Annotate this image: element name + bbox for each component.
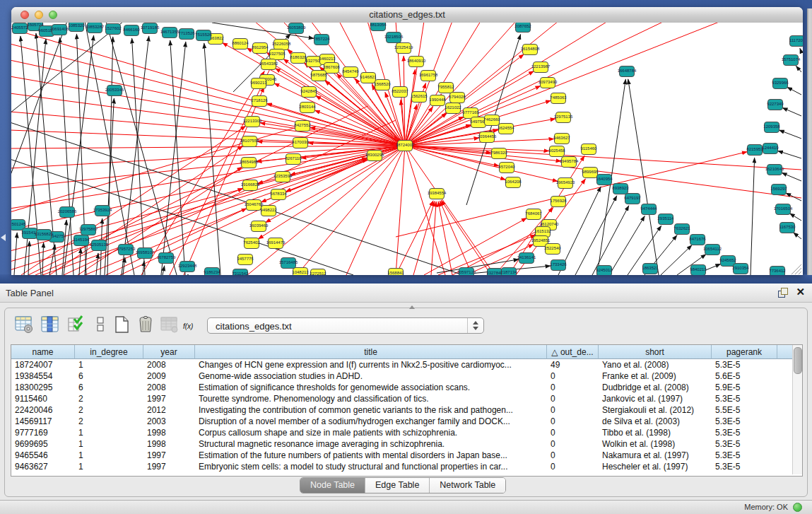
graph-node[interactable]: 1209358 bbox=[763, 122, 780, 133]
table-cell[interactable]: 22420046 bbox=[11, 404, 75, 416]
graph-node[interactable]: 20597123 bbox=[457, 268, 476, 276]
table-cell[interactable]: Yano et al. (2008) bbox=[599, 359, 712, 370]
table-cell[interactable]: 1 bbox=[75, 427, 143, 438]
graph-node[interactable]: 9245012 bbox=[596, 266, 613, 276]
graph-node[interactable]: 1167530 bbox=[779, 223, 796, 233]
table-cell[interactable]: 9465546 bbox=[11, 450, 75, 461]
graph-node[interactable]: 8215953 bbox=[746, 145, 763, 156]
graph-node[interactable]: 2187134 bbox=[500, 268, 517, 276]
table-cell[interactable]: Tibbo et al. (1998) bbox=[599, 427, 712, 438]
graph-node[interactable]: 13218506 bbox=[384, 33, 404, 43]
graph-node[interactable]: 2405572 bbox=[11, 23, 28, 34]
graph-node[interactable]: 1085320 bbox=[68, 23, 85, 32]
graph-node[interactable]: 4170030 bbox=[292, 138, 309, 148]
graph-node[interactable]: 1527602 bbox=[105, 24, 122, 35]
graph-node[interactable]: 2803144 bbox=[299, 103, 316, 113]
table-cell[interactable]: 2 bbox=[75, 416, 143, 427]
graph-node[interactable]: 7632621 bbox=[673, 224, 690, 235]
graph-node[interactable]: 9242845 bbox=[300, 87, 317, 98]
column-header-title[interactable]: title bbox=[195, 345, 547, 359]
table-row[interactable]: 1938455462009Genome-wide association stu… bbox=[11, 370, 792, 382]
graph-node[interactable]: 12923448 bbox=[178, 262, 197, 272]
splitter-handle-icon[interactable] bbox=[409, 305, 415, 309]
graph-node[interactable]: 2087652 bbox=[514, 23, 531, 33]
table-cell[interactable]: Embryonic stem cells: a model to study s… bbox=[195, 461, 547, 472]
table-cell[interactable]: 2009 bbox=[143, 370, 195, 382]
graph-node[interactable]: 16039469 bbox=[249, 221, 269, 232]
column-header-pagerank[interactable]: pagerank bbox=[712, 345, 777, 359]
graph-node[interactable]: 10719185 bbox=[141, 23, 160, 34]
table-cell[interactable]: Estimation of the future numbers of pati… bbox=[195, 450, 547, 461]
graph-node[interactable]: 20206586 bbox=[58, 207, 77, 218]
table-cell[interactable]: 5.3E-5 bbox=[712, 450, 777, 461]
graph-node[interactable]: 7955812 bbox=[437, 83, 454, 93]
graph-node[interactable]: 1568841 bbox=[387, 269, 404, 276]
graph-node[interactable]: 9840213 bbox=[690, 265, 707, 276]
column-header-in_degree[interactable]: in_degree bbox=[75, 345, 143, 359]
column-header-out_de[interactable]: △ out_de... bbox=[547, 345, 599, 359]
panel-collapse-arrow-icon[interactable] bbox=[1, 234, 6, 241]
graph-node[interactable]: 9227349 bbox=[767, 100, 784, 110]
table-row[interactable]: 946554611997Estimation of the future num… bbox=[11, 450, 792, 461]
graph-node[interactable]: 3624554 bbox=[498, 124, 514, 134]
row-chooser-icon[interactable] bbox=[90, 314, 111, 335]
table-cell[interactable]: 5.9E-5 bbox=[712, 382, 777, 393]
graph-node[interactable]: 9463627 bbox=[553, 134, 570, 144]
graph-node[interactable]: 7736412 bbox=[769, 267, 786, 276]
table-cell[interactable]: 1997 bbox=[143, 393, 195, 404]
graph-node[interactable]: 1117208 bbox=[789, 36, 803, 47]
graph-node[interactable]: 9115460 bbox=[581, 144, 598, 155]
graph-node[interactable]: 12505135 bbox=[90, 240, 109, 251]
table-cell[interactable]: Franke et al. (2009) bbox=[599, 370, 712, 382]
graph-node[interactable]: 19654923 bbox=[556, 178, 575, 189]
graph-node[interactable]: 16543382 bbox=[259, 59, 278, 70]
table-cell[interactable]: Genome-wide association studies in ADHD. bbox=[195, 370, 547, 382]
table-cell[interactable]: 2008 bbox=[143, 382, 195, 393]
table-cell[interactable]: Structural magnetic resonance image aver… bbox=[195, 438, 547, 450]
graph-node[interactable]: 12975135 bbox=[554, 112, 573, 123]
table-cell[interactable]: de Silva et al. (2003) bbox=[599, 416, 712, 427]
graph-node[interactable]: 8860124 bbox=[232, 39, 249, 49]
graph-node[interactable]: 32975867 bbox=[79, 225, 98, 235]
graph-node[interactable]: 16154808 bbox=[521, 45, 540, 55]
tab-node-table[interactable]: Node Table bbox=[300, 478, 365, 493]
graph-node[interactable]: 1145194 bbox=[73, 235, 90, 246]
graph-node[interactable]: 17957253 bbox=[117, 245, 136, 255]
table-cell[interactable]: 49 bbox=[547, 359, 599, 370]
graph-node[interactable]: 7462660 bbox=[483, 115, 500, 126]
table-cell[interactable]: 2 bbox=[75, 393, 143, 404]
table-row[interactable]: 946362711997Embryonic stem cells: a mode… bbox=[11, 461, 792, 472]
graph-node[interactable]: 19166825 bbox=[241, 180, 260, 191]
graph-node[interactable]: 20364456 bbox=[478, 132, 497, 143]
table-cell[interactable]: 0 bbox=[547, 461, 599, 472]
graph-node[interactable]: 1863521 bbox=[642, 264, 659, 274]
table-cell[interactable]: 9115460 bbox=[11, 393, 75, 404]
table-row[interactable]: 969969511998Structural magnetic resonanc… bbox=[11, 438, 792, 450]
table-cell[interactable]: 5.6E-5 bbox=[712, 370, 777, 382]
table-cell[interactable]: 18724007 bbox=[11, 359, 75, 370]
graph-node[interactable]: 12353594 bbox=[273, 172, 293, 182]
graph-node[interactable]: 7515526 bbox=[195, 30, 212, 41]
graph-node[interactable]: 9329966 bbox=[772, 78, 789, 89]
table-cell[interactable]: 9699695 bbox=[11, 438, 75, 450]
network-canvas[interactable]: 1872400718300295193845548912954152260589… bbox=[11, 23, 803, 275]
table-cell[interactable]: Estimation of significance thresholds fo… bbox=[195, 382, 547, 393]
graph-node[interactable]: 8454749 bbox=[342, 67, 359, 78]
table-cell[interactable]: 2008 bbox=[143, 359, 195, 370]
close-panel-icon[interactable]: ✕ bbox=[796, 286, 805, 298]
table-cell[interactable]: 5.3E-5 bbox=[712, 438, 777, 450]
graph-node[interactable]: 9327505 bbox=[269, 49, 286, 60]
table-cell[interactable]: 1 bbox=[75, 438, 143, 450]
table-cell[interactable]: 5.5E-5 bbox=[712, 404, 777, 416]
table-cell[interactable]: 2 bbox=[75, 404, 143, 416]
table-row[interactable]: 911546021997Tourette syndrome. Phenomeno… bbox=[11, 393, 792, 404]
table-cell[interactable]: 18300295 bbox=[11, 382, 75, 393]
graph-node[interactable]: 3457775 bbox=[237, 255, 254, 265]
table-cell[interactable]: Nakamura et al. (1997) bbox=[599, 450, 712, 461]
table-cell[interactable]: 19384554 bbox=[11, 370, 75, 382]
delete-icon[interactable] bbox=[135, 314, 156, 335]
tab-network-table[interactable]: Network Table bbox=[430, 478, 505, 493]
table-cell[interactable]: 14569117 bbox=[11, 416, 75, 427]
select-columns-icon[interactable] bbox=[40, 314, 61, 335]
resize-grip-icon[interactable] bbox=[799, 271, 801, 274]
